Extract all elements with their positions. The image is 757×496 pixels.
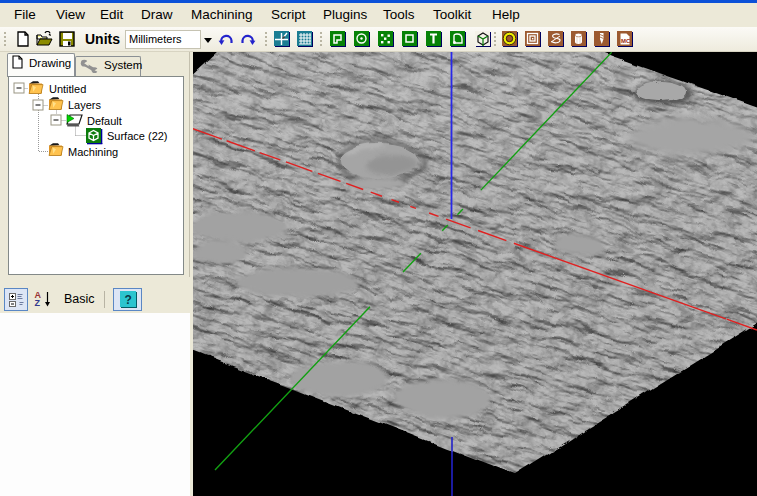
svg-text:?: ?	[125, 293, 132, 307]
svg-text:Surface (22): Surface (22)	[107, 130, 168, 142]
svg-text:MC: MC	[621, 38, 631, 44]
svg-text:Layers: Layers	[68, 99, 102, 111]
svg-text:Default: Default	[87, 115, 122, 127]
svg-text:Untitled: Untitled	[49, 83, 86, 95]
svg-text:Z: Z	[35, 298, 41, 308]
svg-text:Machining: Machining	[68, 146, 118, 158]
